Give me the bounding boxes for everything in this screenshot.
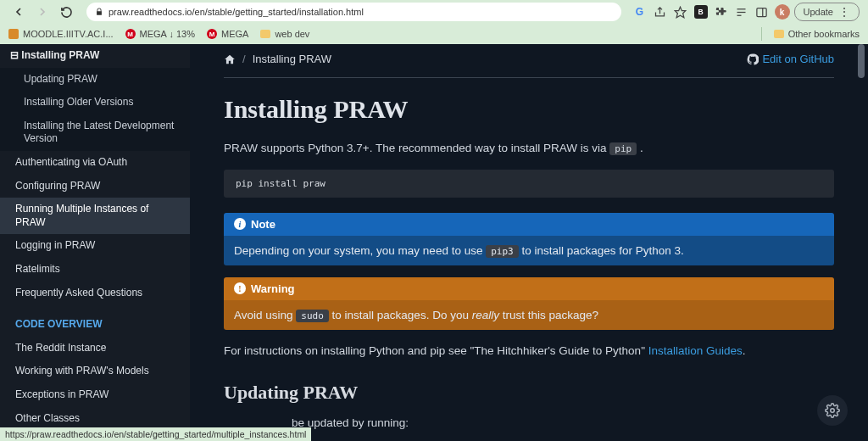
sidebar-item-config[interactable]: Configuring PRAW	[0, 175, 190, 198]
url-bar[interactable]: praw.readthedocs.io/en/stable/getting_st…	[86, 3, 621, 21]
sidebar-item-auth[interactable]: Authenticating via OAuth	[0, 151, 190, 175]
updating-heading: Updating PRAW	[224, 382, 834, 404]
sidebar: ⊟ Installing PRAW Updating PRAW Installi…	[0, 44, 190, 441]
bookmark-item[interactable]: MMEGA	[207, 29, 248, 39]
status-bar-url: https://praw.readthedocs.io/en/stable/ge…	[0, 427, 311, 441]
sidebar-item-exceptions[interactable]: Exceptions in PRAW	[0, 383, 190, 407]
back-button[interactable]	[8, 2, 29, 22]
edit-on-github-link[interactable]: Edit on GitHub	[747, 53, 834, 65]
folder-icon	[260, 30, 270, 38]
warning-icon: !	[234, 282, 246, 294]
update-button[interactable]: Update⋮	[794, 3, 860, 21]
lock-icon	[95, 8, 103, 16]
info-icon: i	[234, 218, 246, 230]
svg-rect-4	[757, 8, 766, 16]
share-icon[interactable]	[652, 3, 669, 20]
scrollbar-thumb[interactable]	[858, 44, 865, 78]
svg-marker-0	[675, 7, 686, 18]
sidebar-item-logging[interactable]: Logging in PRAW	[0, 234, 190, 258]
svg-point-6	[831, 409, 835, 413]
mega-icon: M	[125, 29, 136, 39]
breadcrumb: / Installing PRAW Edit on GitHub	[224, 53, 834, 65]
reading-list-icon[interactable]	[733, 3, 750, 20]
google-icon[interactable]: G	[632, 3, 648, 20]
star-icon[interactable]	[672, 3, 689, 20]
sidebar-item-multiple[interactable]: Running Multiple Instances of PRAW	[0, 198, 190, 234]
sidebar-item-other-classes[interactable]: Other Classes	[0, 407, 190, 431]
sidebar-item-ratelimits[interactable]: Ratelimits	[0, 258, 190, 282]
instructions-paragraph: For instructions on installing Python an…	[224, 342, 834, 360]
b-extension-icon[interactable]: B	[693, 3, 709, 20]
intro-paragraph: PRAW supports Python 3.7+. The recommend…	[224, 139, 834, 158]
sidebar-item-faq[interactable]: Frequently Asked Questions	[0, 282, 190, 305]
bookmark-item[interactable]: MOODLE.IIITV.AC.I...	[8, 29, 114, 39]
reload-button[interactable]	[56, 2, 76, 22]
note-admonition: iNote Depending on your system, you may …	[224, 213, 834, 265]
url-text: praw.readthedocs.io/en/stable/getting_st…	[108, 7, 364, 17]
sidebar-item-latest-dev[interactable]: Installing the Latest Development Versio…	[0, 114, 190, 151]
forward-button[interactable]	[32, 2, 53, 22]
other-bookmarks[interactable]: Other bookmarks	[774, 29, 860, 39]
install-command: pip install praw	[224, 170, 834, 198]
sidebar-section-code: CODE OVERVIEW	[0, 313, 190, 337]
extensions-icon[interactable]	[713, 3, 730, 20]
sidebar-item-models[interactable]: Working with PRAW's Models	[0, 360, 190, 383]
main-content: / Installing PRAW Edit on GitHub Install…	[190, 44, 868, 441]
folder-icon	[774, 30, 784, 38]
settings-fab[interactable]	[817, 395, 848, 426]
browser-toolbar: praw.readthedocs.io/en/stable/getting_st…	[0, 0, 868, 24]
mega-icon: M	[207, 29, 217, 39]
sidebar-item-older[interactable]: Installing Older Versions	[0, 91, 190, 114]
site-icon	[8, 29, 19, 39]
bookmarks-bar: MOODLE.IIITV.AC.I... MMEGA ↓ 13% MMEGA w…	[0, 24, 868, 44]
side-panel-icon[interactable]	[754, 3, 771, 20]
page-title: Installing PRAW	[224, 95, 834, 124]
breadcrumb-current: Installing PRAW	[253, 53, 331, 65]
installation-guides-link[interactable]: Installation Guides	[648, 344, 743, 357]
bookmark-item[interactable]: web dev	[260, 29, 309, 39]
profile-avatar[interactable]: k	[774, 3, 791, 20]
bookmark-item[interactable]: MMEGA ↓ 13%	[125, 29, 195, 39]
warning-admonition: !Warning Avoid using sudo to install pac…	[224, 277, 834, 330]
sidebar-item-updating[interactable]: Updating PRAW	[0, 68, 190, 92]
sidebar-item-installing[interactable]: ⊟ Installing PRAW	[0, 44, 190, 68]
home-icon[interactable]	[224, 53, 236, 65]
sidebar-item-reddit-instance[interactable]: The Reddit Instance	[0, 337, 190, 360]
updating-paragraph: be updated by running:	[292, 414, 834, 433]
